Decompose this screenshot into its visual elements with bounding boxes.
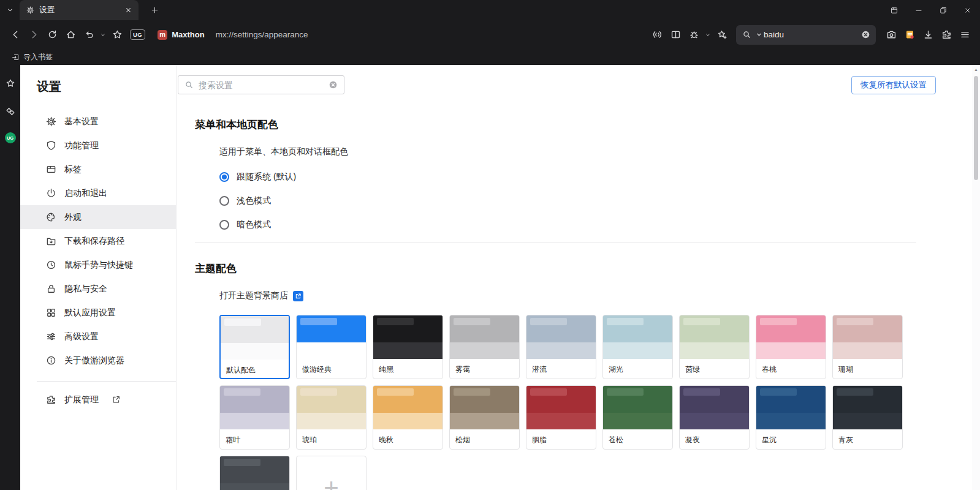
theme-card[interactable]: 松烟 xyxy=(449,385,520,450)
user-avatar[interactable]: UG xyxy=(5,132,16,143)
settings-search-clear-icon[interactable] xyxy=(329,80,338,89)
add-theme-card[interactable]: + xyxy=(296,456,367,490)
theme-card[interactable]: 珊瑚 xyxy=(832,315,903,379)
theme-preview xyxy=(603,315,672,359)
caret-down-small-icon[interactable] xyxy=(703,26,713,44)
settings-search-box[interactable] xyxy=(178,75,344,94)
maximize-icon[interactable] xyxy=(931,0,955,20)
sidebar-item-apps[interactable]: 默认应用设置 xyxy=(20,301,176,325)
sidebar-item-sliders[interactable]: 高级设置 xyxy=(20,325,176,349)
open-theme-store-link[interactable]: 打开主题背景商店 xyxy=(219,290,303,301)
theme-card[interactable]: 凝夜 xyxy=(679,385,750,450)
sidebar-item-shield[interactable]: 功能管理 xyxy=(20,134,176,157)
sidebar-item-tab[interactable]: 标签 xyxy=(20,157,176,181)
theme-name: 默认配色 xyxy=(221,360,289,375)
forward-icon[interactable] xyxy=(25,26,43,44)
theme-preview xyxy=(680,315,749,359)
theme-card[interactable]: 青灰 xyxy=(832,385,903,450)
theme-preview xyxy=(450,386,519,429)
sidebar-item-extensions[interactable]: 扩展管理 xyxy=(20,388,176,412)
import-bookmarks-button[interactable]: 导入书签 xyxy=(8,51,56,64)
toolbar-search-box[interactable] xyxy=(736,25,876,45)
sidebar-item-clock[interactable]: 鼠标手势与快捷键 xyxy=(20,253,176,277)
theme-card[interactable]: 春桃 xyxy=(756,315,826,379)
rewards-icon[interactable] xyxy=(900,26,919,44)
restore-defaults-button[interactable]: 恢复所有默认设置 xyxy=(851,76,936,94)
ug-badge[interactable]: UG xyxy=(130,29,145,40)
nav-far-right-buttons xyxy=(882,26,974,44)
bookmarks-bar: 导入书签 xyxy=(0,49,980,65)
sidebar-item-info[interactable]: 关于傲游浏览器 xyxy=(20,349,176,372)
new-tab-button[interactable] xyxy=(146,2,163,19)
close-icon[interactable] xyxy=(955,0,980,20)
caret-down-small-icon[interactable] xyxy=(98,26,108,44)
color-mode-option[interactable]: 浅色模式 xyxy=(219,189,980,213)
theme-card[interactable] xyxy=(219,456,290,490)
download-icon[interactable] xyxy=(919,26,937,44)
theme-card[interactable]: 湖光 xyxy=(602,315,673,379)
scrollbar-thumb[interactable] xyxy=(974,76,978,180)
theme-card[interactable]: 星沉 xyxy=(756,385,826,450)
search-engine-icon[interactable] xyxy=(742,30,751,39)
theme-preview xyxy=(220,456,289,490)
search-clear-icon[interactable] xyxy=(861,30,870,39)
theme-card[interactable]: 潜流 xyxy=(526,315,596,379)
theme-card[interactable]: 傲游经典 xyxy=(296,315,367,379)
clock-icon xyxy=(46,260,56,270)
theme-name: 潜流 xyxy=(526,359,596,375)
active-tab[interactable]: 设置 xyxy=(20,0,139,20)
info-icon xyxy=(46,355,56,366)
favorites-star-icon[interactable] xyxy=(3,76,18,91)
tab-manager-icon[interactable] xyxy=(882,0,906,20)
theme-preview xyxy=(603,386,672,429)
scroll-up-arrow-icon[interactable]: ▲ xyxy=(974,67,978,72)
undo-icon[interactable] xyxy=(80,26,98,44)
search-engine-caret-icon[interactable] xyxy=(754,30,761,39)
star-icon[interactable] xyxy=(108,26,126,44)
tab-title: 设置 xyxy=(39,5,118,15)
toolbar-search-input[interactable] xyxy=(764,30,858,39)
settings-search-input[interactable] xyxy=(199,80,324,90)
star-add-icon[interactable] xyxy=(713,26,731,44)
sidebar-item-label: 启动和退出 xyxy=(64,188,107,199)
theme-card[interactable]: 茵绿 xyxy=(679,315,750,379)
theme-preview xyxy=(756,315,826,359)
nav-left-buttons xyxy=(6,26,126,44)
maxnote-icon[interactable] xyxy=(3,104,18,119)
theme-card[interactable]: 苍松 xyxy=(602,385,673,450)
sidebar-item-download-folder[interactable]: 下载和保存路径 xyxy=(20,229,176,253)
sidebar-item-palette[interactable]: 外观 xyxy=(20,205,176,229)
sidebar-item-gear[interactable]: 基本设置 xyxy=(20,110,176,134)
extensions-icon[interactable] xyxy=(937,26,955,44)
minimize-icon[interactable] xyxy=(906,0,931,20)
theme-card[interactable]: 霜叶 xyxy=(219,385,290,450)
bug-icon[interactable] xyxy=(685,26,703,44)
menu-icon[interactable] xyxy=(955,26,974,44)
theme-card[interactable]: 琥珀 xyxy=(296,385,367,450)
theme-name: 傲游经典 xyxy=(297,359,366,375)
import-bookmarks-label: 导入书签 xyxy=(23,52,53,62)
vertical-scrollbar[interactable]: ▲ xyxy=(972,65,980,490)
read-aloud-icon[interactable] xyxy=(648,26,666,44)
tab-search-chevron-icon[interactable] xyxy=(0,6,20,14)
address-url[interactable]: mx://settings/appearance xyxy=(216,30,308,39)
theme-card[interactable]: 胭脂 xyxy=(526,385,596,450)
theme-card[interactable]: 雾霭 xyxy=(449,315,520,379)
theme-card[interactable]: 默认配色 xyxy=(219,315,290,379)
screenshot-icon[interactable] xyxy=(882,26,900,44)
sidebar-item-label: 默认应用设置 xyxy=(64,307,116,318)
tab-close-icon[interactable] xyxy=(123,5,134,16)
sidebar-item-power[interactable]: 启动和退出 xyxy=(20,181,176,205)
split-view-icon[interactable] xyxy=(666,26,685,44)
side-rail: UG xyxy=(0,65,20,490)
reload-icon[interactable] xyxy=(43,26,61,44)
back-icon[interactable] xyxy=(6,26,25,44)
home-icon[interactable] xyxy=(61,26,80,44)
sidebar-item-lock[interactable]: 隐私与安全 xyxy=(20,277,176,301)
theme-card[interactable]: 纯黑 xyxy=(373,315,443,379)
download-folder-icon xyxy=(46,236,56,246)
palette-icon xyxy=(46,212,56,222)
color-mode-option[interactable]: 暗色模式 xyxy=(219,213,980,236)
theme-card[interactable]: 晚秋 xyxy=(373,385,443,450)
color-mode-option[interactable]: 跟随系统 (默认) xyxy=(219,165,980,189)
